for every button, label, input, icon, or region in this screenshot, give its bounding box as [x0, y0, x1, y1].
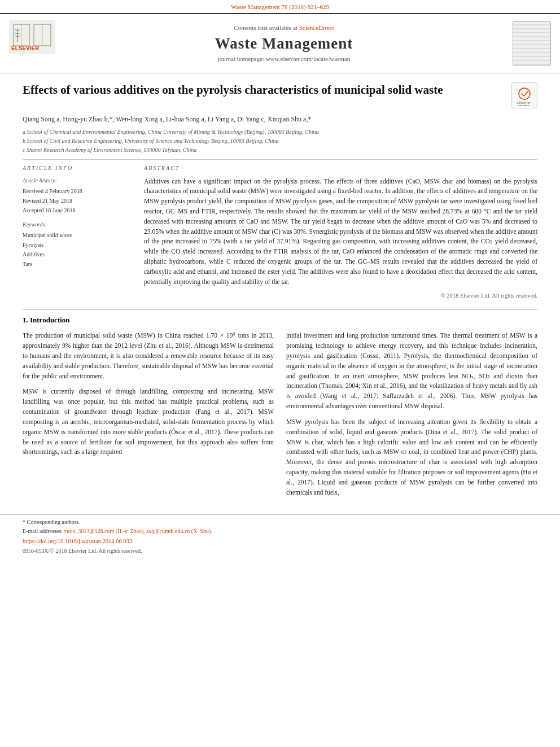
section-number: 1.	[23, 316, 28, 324]
journal-homepage: journal homepage: www.elsevier.com/locat…	[62, 55, 506, 63]
journal-ref: Waste Management 78 (2018) 621–629	[231, 3, 329, 10]
article-info-col: ARTICLE INFO Article history: Received 4…	[23, 164, 133, 300]
contents-text: Contents lists available at	[234, 24, 298, 31]
history-label: Article history:	[23, 177, 133, 185]
email-line: E-mail addresses: yuyu_3013@126.com (H.-…	[23, 527, 537, 535]
abstract-label: ABSTRACT	[144, 164, 537, 172]
body-para-left-2: MSW is currently disposed of through lan…	[23, 387, 274, 457]
check-badge: Check for updates	[511, 82, 537, 108]
affiliation-b: b School of Civil and Resource Engineeri…	[23, 137, 537, 146]
svg-text:updates: updates	[518, 104, 530, 106]
body-para-left-1: The production of municipal solid waste …	[23, 331, 274, 381]
affiliation-a: a School of Chemical and Environmental E…	[23, 128, 537, 137]
article-section: Effects of various additives on the pyro…	[0, 73, 560, 304]
body-col-right: initial investment and long production t…	[286, 331, 537, 503]
body-para-right-1: initial investment and long production t…	[286, 331, 537, 412]
contents-available: Contents lists available at ScienceDirec…	[62, 24, 506, 32]
elsevier-logo-svg: ELSEVIER	[9, 20, 55, 64]
check-updates-icon: Check for updates	[514, 85, 535, 106]
received-date: Received 4 February 2018	[23, 186, 133, 196]
abstract-text: Additives can have a significant impact …	[144, 177, 537, 287]
svg-point-13	[519, 88, 530, 99]
accepted-date: Accepted 16 June 2018	[23, 206, 133, 215]
article-title: Effects of various additives on the pyro…	[23, 82, 504, 98]
journal-cover-image	[513, 21, 551, 65]
journal-header: ELSEVIER Contents lists available at Sci…	[0, 13, 560, 73]
section-title: Introduction	[30, 316, 70, 324]
revised-date: Revised 21 May 2018	[23, 196, 133, 206]
body-section: 1. Introduction The production of munici…	[0, 309, 560, 514]
journal-center: Contents lists available at ScienceDirec…	[62, 24, 506, 64]
two-col-body: The production of municipal solid waste …	[23, 331, 537, 503]
article-info-label: ARTICLE INFO	[23, 164, 133, 172]
abstract-col: ABSTRACT Additives can have a significan…	[144, 164, 537, 300]
top-bar: Waste Management 78 (2018) 621–629	[0, 0, 560, 13]
email-addresses: yuyu_3013@126.com (H.-y. Zhao), sxq@cumt…	[64, 528, 212, 534]
email-label: E-mail addresses:	[23, 528, 63, 534]
two-col-info: ARTICLE INFO Article history: Received 4…	[23, 164, 537, 300]
affiliation-c: c Shanxi Research Academy of Environment…	[23, 146, 537, 155]
keywords-label: Keywords:	[23, 221, 133, 229]
section-heading-row: 1. Introduction	[23, 315, 537, 325]
sciencedirect-link[interactable]: ScienceDirect	[299, 24, 334, 31]
copyright: © 2018 Elsevier Ltd. All rights reserved…	[144, 292, 537, 300]
authors: Qiang Song a, Hong-yu Zhao b,*, Wen-long…	[23, 114, 537, 124]
keyword-1: Municipal solid waste	[23, 230, 133, 240]
keyword-2: Pyrolysis	[23, 240, 133, 250]
affiliations: a School of Chemical and Environmental E…	[23, 128, 537, 155]
footnotes-section: * Corresponding authors. E-mail addresse…	[0, 514, 560, 560]
corresponding-label: * Corresponding authors.	[23, 518, 537, 526]
keyword-3: Additives	[23, 250, 133, 259]
issn-line: 0956-053X/© 2018 Elsevier Ltd. All right…	[23, 547, 537, 555]
svg-text:ELSEVIER: ELSEVIER	[11, 45, 40, 51]
keyword-4: Tars	[23, 259, 133, 269]
body-col-left: The production of municipal solid waste …	[23, 331, 274, 503]
body-para-right-2: MSW pyrolysis has been the subject of in…	[286, 417, 537, 498]
journal-title: Waste Management	[62, 33, 506, 55]
title-row: Effects of various additives on the pyro…	[23, 82, 537, 108]
divider-1	[23, 159, 537, 160]
doi-line[interactable]: https://doi.org/10.1016/j.wasman.2018.06…	[23, 538, 537, 546]
elsevier-logo: ELSEVIER	[9, 20, 55, 67]
